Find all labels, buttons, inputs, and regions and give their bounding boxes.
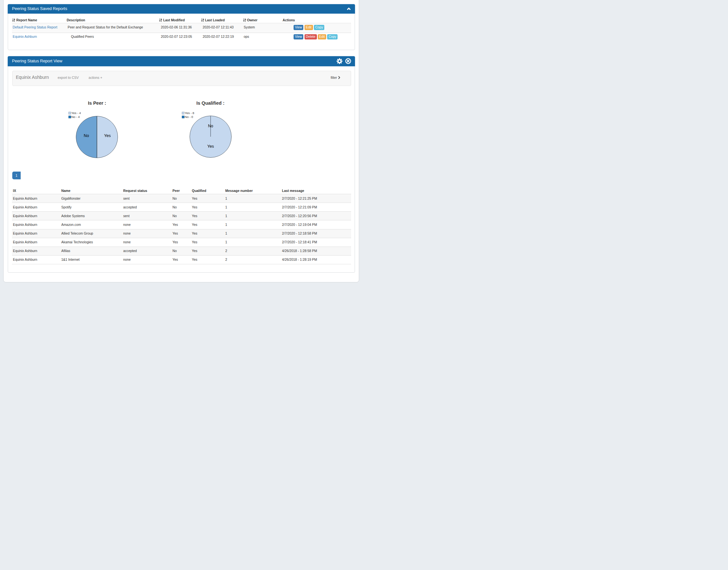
svg-text:Yes: Yes xyxy=(207,144,214,149)
svg-text:No: No xyxy=(208,124,213,128)
svg-text:Yes: Yes xyxy=(104,133,111,138)
svg-text:No: No xyxy=(84,133,89,138)
